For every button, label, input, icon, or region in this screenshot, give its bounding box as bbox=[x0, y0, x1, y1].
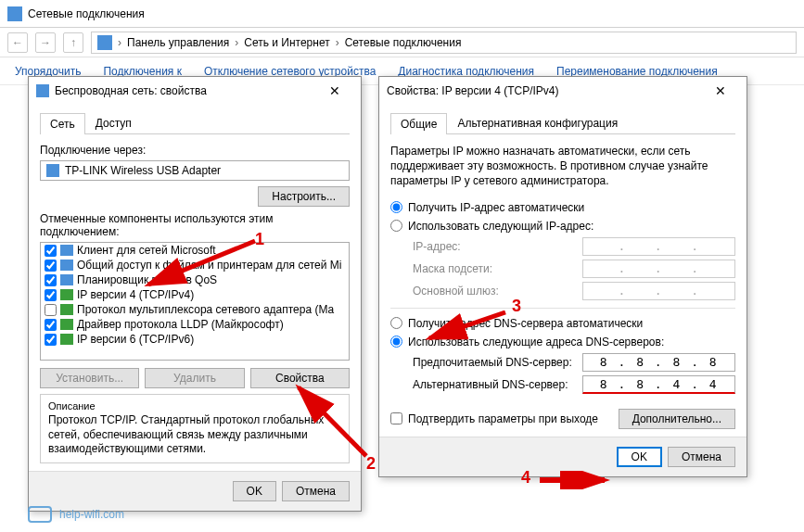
crumb[interactable]: Сеть и Интернет bbox=[244, 36, 329, 49]
list-item[interactable]: Клиент для сетей Microsoft bbox=[41, 243, 349, 258]
description-group: Описание Протокол TCP/IP. Стандартный пр… bbox=[40, 394, 350, 463]
control-panel-icon bbox=[97, 35, 112, 50]
ip-address-label: IP-адрес: bbox=[413, 240, 573, 253]
list-item[interactable]: IP версии 6 (TCP/IPv6) bbox=[41, 332, 349, 347]
adapter-name: TP-LINK Wireless USB Adapter bbox=[40, 160, 350, 181]
list-item[interactable]: Планировщик пакетов QoS bbox=[41, 272, 349, 287]
checkbox[interactable] bbox=[45, 289, 57, 301]
dialog-title: Беспроводная сеть: свойства bbox=[55, 84, 207, 97]
protocol-icon bbox=[60, 334, 73, 345]
close-icon[interactable]: ✕ bbox=[702, 83, 739, 98]
desc-text: Протокол TCP/IP. Стандартный протокол гл… bbox=[48, 413, 341, 457]
mask-field: . . . bbox=[582, 260, 735, 278]
checkbox[interactable] bbox=[45, 245, 57, 257]
anno-1: 1 bbox=[255, 230, 264, 249]
ip-auto-radio[interactable]: Получить IP-адрес автоматически bbox=[390, 198, 735, 217]
checkbox[interactable] bbox=[45, 334, 57, 346]
gateway-label: Основной шлюз: bbox=[413, 285, 573, 298]
cancel-button[interactable]: Отмена bbox=[668, 447, 735, 467]
dialog-titlebar[interactable]: Свойства: IP версии 4 (TCP/IPv4) ✕ bbox=[379, 77, 747, 105]
properties-button[interactable]: Свойства bbox=[250, 368, 350, 388]
advanced-button[interactable]: Дополнительно... bbox=[619, 409, 735, 429]
tabs: Общие Альтернативная конфигурация bbox=[390, 112, 735, 134]
crumb[interactable]: Сетевые подключения bbox=[345, 36, 462, 49]
breadcrumb[interactable]: › Панель управления › Сеть и Интернет › … bbox=[91, 32, 797, 54]
tab-access[interactable]: Доступ bbox=[85, 112, 142, 133]
tab-alt[interactable]: Альтернативная конфигурация bbox=[447, 112, 628, 133]
nav-up[interactable]: ↑ bbox=[63, 32, 83, 53]
list-item[interactable]: Драйвер протокола LLDP (Майкрософт) bbox=[41, 317, 349, 332]
list-item[interactable]: Общий доступ к файлам и принтерам для се… bbox=[41, 258, 349, 272]
checkbox[interactable] bbox=[45, 260, 57, 272]
wifi-icon bbox=[36, 84, 49, 97]
address-bar: ← → ↑ › Панель управления › Сеть и Интер… bbox=[0, 28, 804, 57]
tabs: Сеть Доступ bbox=[40, 112, 350, 134]
mask-label: Маска подсети: bbox=[413, 262, 573, 275]
configure-button[interactable]: Настроить... bbox=[258, 186, 350, 207]
tab-network[interactable]: Сеть bbox=[40, 113, 85, 134]
components-list[interactable]: Клиент для сетей Microsoft Общий доступ … bbox=[40, 242, 350, 361]
window-title: Сетевые подключения bbox=[28, 7, 145, 20]
cancel-button[interactable]: Отмена bbox=[282, 481, 350, 501]
client-icon bbox=[60, 245, 73, 256]
anno-2: 2 bbox=[366, 454, 376, 474]
desc-title: Описание bbox=[48, 400, 341, 412]
anno-3: 3 bbox=[512, 297, 521, 316]
dialog-title: Свойства: IP версии 4 (TCP/IPv4) bbox=[387, 84, 559, 97]
explorer-titlebar: Сетевые подключения bbox=[0, 0, 804, 28]
ip-manual-radio[interactable]: Использовать следующий IP-адрес: bbox=[390, 217, 735, 235]
adapter-icon bbox=[46, 164, 59, 177]
watermark: help-wifi.com bbox=[28, 506, 124, 523]
dns-manual-radio[interactable]: Использовать следующие адреса DNS-сервер… bbox=[390, 333, 735, 351]
gateway-field: . . . bbox=[582, 282, 735, 300]
close-icon[interactable]: ✕ bbox=[316, 83, 353, 98]
protocol-icon bbox=[60, 289, 73, 300]
dialog-titlebar[interactable]: Беспроводная сеть: свойства ✕ bbox=[29, 77, 361, 105]
list-item-ipv4[interactable]: IP версии 4 (TCP/IPv4) bbox=[41, 287, 349, 302]
intro-text: Параметры IP можно назначать автоматичес… bbox=[390, 144, 735, 189]
confirm-label: Подтвердить параметры при выходе bbox=[408, 412, 598, 425]
ok-button[interactable]: OK bbox=[617, 447, 662, 467]
dns-alt-label: Альтернативный DNS-сервер: bbox=[413, 378, 573, 391]
ipv4-properties-dialog: Свойства: IP версии 4 (TCP/IPv4) ✕ Общие… bbox=[378, 76, 747, 477]
checkbox[interactable] bbox=[45, 304, 57, 316]
tab-general[interactable]: Общие bbox=[390, 113, 447, 134]
protocol-icon bbox=[60, 304, 73, 315]
list-item[interactable]: Протокол мультиплексора сетевого адаптер… bbox=[41, 302, 349, 317]
anno-4: 4 bbox=[521, 468, 530, 488]
crumb[interactable]: Панель управления bbox=[127, 36, 229, 49]
logo-icon bbox=[28, 506, 52, 523]
nav-fwd[interactable]: → bbox=[35, 32, 56, 53]
remove-button[interactable]: Удалить bbox=[145, 368, 244, 388]
qos-icon bbox=[60, 274, 73, 285]
dns-auto-radio[interactable]: Получить адрес DNS-сервера автоматически bbox=[390, 314, 735, 333]
checkbox[interactable] bbox=[45, 274, 57, 286]
adapter-properties-dialog: Беспроводная сеть: свойства ✕ Сеть Досту… bbox=[28, 76, 362, 512]
dns-pref-label: Предпочитаемый DNS-сервер: bbox=[413, 356, 573, 369]
nav-back[interactable]: ← bbox=[7, 32, 28, 53]
connect-via-label: Подключение через: bbox=[40, 144, 350, 157]
dns-pref-field[interactable]: 8 . 8 . 8 . 8 bbox=[582, 353, 735, 372]
protocol-icon bbox=[60, 319, 73, 330]
confirm-checkbox[interactable] bbox=[390, 412, 402, 424]
checkbox[interactable] bbox=[45, 319, 57, 331]
install-button[interactable]: Установить... bbox=[40, 368, 139, 388]
dns-alt-field[interactable]: 8 . 8 . 4 . 4 bbox=[582, 375, 735, 394]
components-label: Отмеченные компоненты используются этим … bbox=[40, 212, 350, 238]
ip-address-field: . . . bbox=[582, 237, 735, 256]
network-icon bbox=[7, 6, 22, 21]
share-icon bbox=[60, 260, 73, 271]
ok-button[interactable]: OK bbox=[233, 481, 276, 501]
